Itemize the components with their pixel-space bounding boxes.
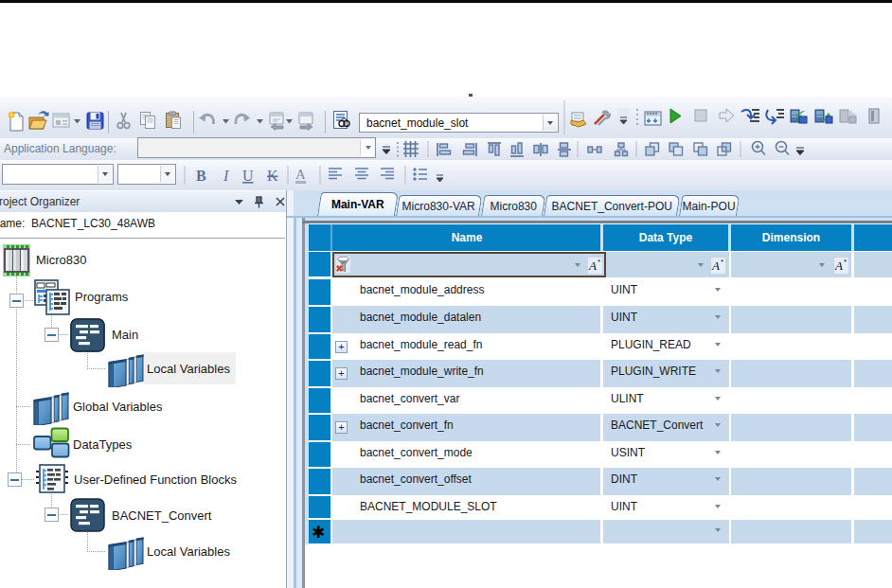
svg-text:B: B xyxy=(196,168,206,184)
svg-text:K: K xyxy=(267,168,278,184)
svg-text:A: A xyxy=(834,258,843,273)
svg-text:A: A xyxy=(295,167,306,182)
svg-text:U: U xyxy=(242,168,254,184)
svg-text:*: * xyxy=(844,258,847,266)
svg-text:*: * xyxy=(598,258,600,266)
svg-text:*: * xyxy=(721,258,723,266)
svg-text:I: I xyxy=(223,168,229,184)
svg-text:A: A xyxy=(588,258,597,273)
svg-text:A: A xyxy=(711,258,720,273)
